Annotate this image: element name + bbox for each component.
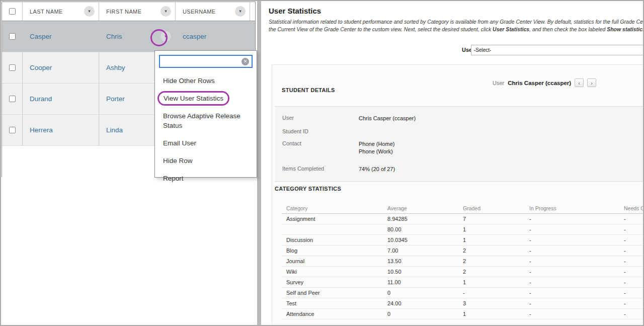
grade-center-screen: LAST NAME ▾ FIRST NAME ▾ USERNAME ▾ Casp… [0,0,644,326]
stats-row: Survey11.001-- [282,277,644,288]
row-checkbox[interactable] [9,33,16,40]
pager-label: User [493,80,504,86]
menu-item-report[interactable]: Report [155,170,257,187]
contact-phone-home: Phone (Home) [359,140,395,148]
stats-row: Test24.003-- [282,298,644,309]
first-name-link[interactable]: Chris [106,33,122,40]
description-line-2: the Current View of the Grade Center to … [269,26,644,33]
menu-list: Hide Other Rows View User Statistics Bro… [155,70,257,189]
menu-item-email-user[interactable]: Email User [155,134,257,152]
panel-divider [257,0,261,326]
table-row-casper[interactable]: Casper Chris ▾ ccasper [2,21,255,52]
stats-row: 80.001-- [282,224,644,235]
user-select-dropdown[interactable]: -Select- [471,45,644,55]
detail-row-student-id: Student ID [282,128,644,134]
student-details-box: User Chris Casper (ccasper) Student ID C… [275,106,644,182]
column-menu-chevron-icon[interactable]: ▾ [235,6,246,17]
menu-item-label: View User Statistics [164,95,223,102]
first-name-link[interactable]: Linda [106,126,123,134]
column-label: USERNAME [183,9,216,15]
menu-item-hide-row[interactable]: Hide Row [155,152,257,170]
first-name-link[interactable]: Porter [106,95,125,103]
last-name-link[interactable]: Durand [30,95,52,103]
annotation-highlight-ring: View User Statistics [157,91,229,106]
last-name-link[interactable]: Cooper [30,64,52,71]
column-header-last-name[interactable]: LAST NAME ▾ [23,2,99,21]
contact-phone-work: Phone (Work) [359,148,395,155]
header-checkbox-cell [2,2,23,21]
row-checkbox[interactable] [9,96,16,102]
stats-row: Self and Peer0--- [282,288,644,298]
grade-center-grid-panel: LAST NAME ▾ FIRST NAME ▾ USERNAME ▾ Casp… [0,0,257,326]
row-menu-chevron-icon[interactable]: ▾ [160,31,171,42]
row-context-menu: ✕ Hide Other Rows View User Statistics B… [154,50,257,178]
menu-search-box: ✕ [159,55,253,68]
stats-row: Blog7.002-- [282,246,644,256]
select-all-checkbox[interactable] [9,8,16,15]
detail-row-items-completed: Items Completed 74% (20 of 27) [282,166,644,173]
statistics-card: User Chris Casper (ccasper) ‹ › STUDENT … [272,64,644,326]
username-text: ccasper [183,33,206,40]
menu-search-input[interactable] [162,58,242,65]
stats-row: Journal13.502-- [282,256,644,267]
column-menu-chevron-icon[interactable]: ▾ [160,6,171,17]
table-header-row: LAST NAME ▾ FIRST NAME ▾ USERNAME ▾ [2,2,255,21]
menu-item-view-user-statistics[interactable]: View User Statistics [155,90,257,107]
menu-item-browse-adaptive-release[interactable]: Browse Adaptive Release Status [155,107,257,134]
stats-row: Wiki10.502-- [282,267,644,277]
category-statistics-table: Category Average Graded In Progress Need… [282,203,644,319]
stats-row: Discussion10.03451-- [282,235,644,246]
stats-row: Assignment8.942857-- [282,214,644,224]
column-label: FIRST NAME [106,9,141,15]
first-name-link[interactable]: Ashby [106,64,125,71]
column-label: LAST NAME [30,9,63,15]
stats-header-row: Category Average Graded In Progress Need… [282,203,644,214]
last-name-link[interactable]: Herrera [30,126,53,134]
category-statistics-heading: CATEGORY STATISTICS [275,186,341,192]
stats-row: Attendance01-- [282,309,644,319]
last-name-link[interactable]: Casper [30,33,52,40]
description-line-1: Statistical information related to stude… [269,18,644,26]
student-details-heading: STUDENT DETAILS [282,87,335,93]
pager-current-user: Chris Casper (ccasper) [508,80,571,86]
column-menu-chevron-icon[interactable]: ▾ [84,6,95,17]
row-checkbox[interactable] [9,64,16,71]
detail-row-contact: Contact Phone (Home) Phone (Work) [282,140,644,155]
column-header-username[interactable]: USERNAME ▾ [176,2,250,21]
user-pager: User Chris Casper (ccasper) ‹ › [493,78,596,87]
menu-item-hide-other-rows[interactable]: Hide Other Rows [155,72,257,90]
row-checkbox[interactable] [9,127,16,133]
page-description: Statistical information related to stude… [269,18,644,33]
detail-row-user: User Chris Casper (ccasper) [282,115,644,122]
next-user-button[interactable]: › [587,78,596,87]
user-statistics-panel: User Statistics Statistical information … [261,0,644,326]
previous-user-button[interactable]: ‹ [575,78,584,87]
clear-search-icon[interactable]: ✕ [242,58,249,65]
page-title: User Statistics [269,7,321,15]
column-header-first-name[interactable]: FIRST NAME ▾ [99,2,176,21]
